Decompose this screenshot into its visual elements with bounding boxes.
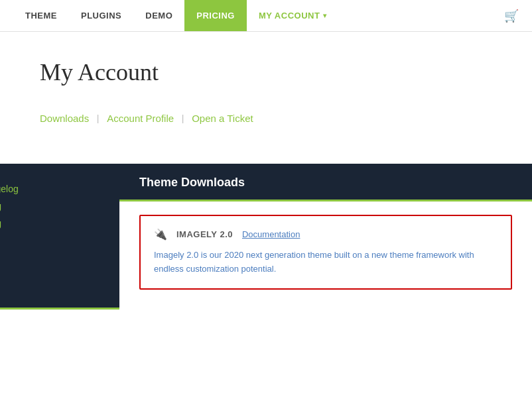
- plugin-icon: 🔌: [154, 228, 167, 241]
- theme-downloads-title: Theme Downloads: [139, 176, 245, 189]
- nav-demo[interactable]: DEMO: [133, 0, 184, 31]
- page-title: My Account: [40, 58, 492, 86]
- tab-account-profile[interactable]: Account Profile: [107, 113, 174, 124]
- download-card-header: 🔌 IMAGELY 2.0 Documentation: [154, 228, 498, 241]
- nav-my-account[interactable]: MY ACCOUNT ▾: [247, 0, 339, 31]
- plugin-description: Imagely 2.0 is our 2020 next generation …: [154, 249, 498, 276]
- sidebar: Changelog ngelog ngelog: [0, 164, 119, 310]
- main-body: 🔌 IMAGELY 2.0 Documentation Imagely 2.0 …: [119, 201, 532, 303]
- tab-downloads[interactable]: Downloads: [40, 113, 89, 124]
- main-header: Theme Downloads: [119, 164, 532, 201]
- tab-separator-2: |: [182, 113, 184, 124]
- download-card: 🔌 IMAGELY 2.0 Documentation Imagely 2.0 …: [139, 215, 512, 290]
- tab-open-ticket[interactable]: Open a Ticket: [192, 113, 253, 124]
- sidebar-link-changelog-2[interactable]: ngelog: [0, 201, 106, 211]
- nav-theme[interactable]: THEME: [13, 0, 69, 31]
- chevron-down-icon: ▾: [323, 12, 327, 19]
- sidebar-links: Changelog ngelog ngelog: [0, 164, 119, 249]
- lower-section: Changelog ngelog ngelog Theme Downloads …: [0, 164, 532, 310]
- account-tabs: Downloads | Account Profile | Open a Tic…: [40, 113, 492, 124]
- plugin-name: IMAGELY 2.0: [176, 229, 233, 239]
- top-navigation: THEME PLUGINS DEMO PRICING MY ACCOUNT ▾ …: [0, 0, 532, 32]
- sidebar-link-changelog-1[interactable]: Changelog: [0, 184, 106, 194]
- cart-icon[interactable]: 🛒: [504, 9, 519, 23]
- sidebar-link-changelog-3[interactable]: ngelog: [0, 218, 106, 229]
- nav-plugins[interactable]: PLUGINS: [69, 0, 133, 31]
- documentation-link[interactable]: Documentation: [242, 229, 300, 239]
- main-content: Theme Downloads 🔌 IMAGELY 2.0 Documentat…: [119, 164, 532, 310]
- page-content: My Account Downloads | Account Profile |…: [0, 32, 532, 157]
- tab-separator-1: |: [97, 113, 99, 124]
- nav-pricing[interactable]: PRICING: [184, 0, 247, 31]
